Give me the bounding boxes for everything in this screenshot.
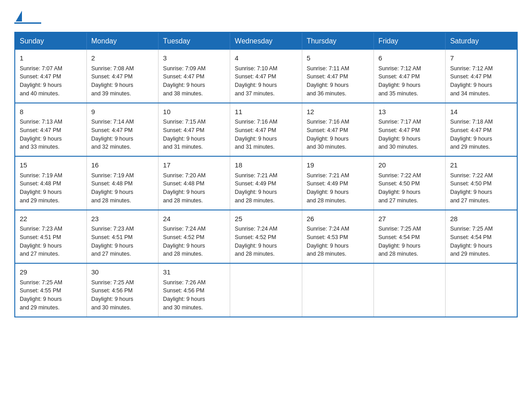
day-number: 21: [450, 160, 512, 171]
daylight-minutes: and 38 minutes.: [163, 90, 203, 97]
sunrise-label: Sunrise: 7:21 AM: [235, 172, 277, 179]
sunset-label: Sunset: 4:52 PM: [235, 234, 276, 240]
sunrise-label: Sunrise: 7:25 AM: [378, 226, 421, 232]
daylight-minutes: and 28 minutes.: [91, 197, 131, 204]
daylight-label: Daylight: 9 hours: [163, 136, 205, 142]
daylight-minutes: and 28 minutes.: [163, 197, 203, 204]
sunrise-label: Sunrise: 7:13 AM: [20, 119, 62, 125]
sunset-label: Sunset: 4:47 PM: [450, 127, 491, 133]
calendar-cell: 17Sunrise: 7:20 AMSunset: 4:48 PMDayligh…: [159, 156, 230, 210]
calendar-cell: [230, 263, 302, 317]
daylight-label: Daylight: 9 hours: [91, 136, 133, 142]
daylight-label: Daylight: 9 hours: [20, 243, 62, 249]
day-header-sunday: Sunday: [15, 32, 86, 50]
sunrise-label: Sunrise: 7:12 AM: [378, 65, 421, 72]
daylight-label: Daylight: 9 hours: [378, 243, 420, 249]
daylight-label: Daylight: 9 hours: [163, 189, 205, 195]
daylight-minutes: and 33 minutes.: [20, 144, 60, 150]
sunrise-label: Sunrise: 7:18 AM: [450, 119, 493, 125]
calendar-cell: [302, 263, 373, 317]
daylight-minutes: and 36 minutes.: [307, 90, 347, 97]
sunset-label: Sunset: 4:50 PM: [450, 180, 491, 187]
sunrise-label: Sunrise: 7:23 AM: [91, 226, 134, 232]
daylight-minutes: and 31 minutes.: [163, 144, 203, 150]
sunset-label: Sunset: 4:47 PM: [91, 127, 133, 133]
sunset-label: Sunset: 4:52 PM: [163, 234, 204, 240]
calendar-cell: 11Sunrise: 7:16 AMSunset: 4:47 PMDayligh…: [230, 103, 302, 157]
day-header-wednesday: Wednesday: [230, 32, 302, 50]
sunset-label: Sunset: 4:55 PM: [20, 287, 61, 294]
calendar-cell: 21Sunrise: 7:22 AMSunset: 4:50 PMDayligh…: [446, 156, 517, 210]
day-header-saturday: Saturday: [446, 32, 517, 50]
day-number: 13: [378, 107, 441, 117]
sunrise-label: Sunrise: 7:21 AM: [307, 172, 349, 179]
calendar-cell: 20Sunrise: 7:22 AMSunset: 4:50 PMDayligh…: [373, 156, 445, 210]
daylight-label: Daylight: 9 hours: [378, 82, 420, 88]
calendar-cell: 10Sunrise: 7:15 AMSunset: 4:47 PMDayligh…: [159, 103, 230, 157]
daylight-label: Daylight: 9 hours: [378, 189, 420, 195]
calendar-cell: 19Sunrise: 7:21 AMSunset: 4:49 PMDayligh…: [302, 156, 373, 210]
sunrise-label: Sunrise: 7:16 AM: [235, 119, 277, 125]
calendar-cell: 24Sunrise: 7:24 AMSunset: 4:52 PMDayligh…: [159, 210, 230, 264]
daylight-label: Daylight: 9 hours: [91, 82, 133, 88]
daylight-label: Daylight: 9 hours: [235, 136, 277, 142]
day-number: 1: [20, 53, 82, 64]
sunrise-label: Sunrise: 7:15 AM: [163, 119, 206, 125]
daylight-label: Daylight: 9 hours: [163, 296, 205, 302]
sunrise-label: Sunrise: 7:24 AM: [163, 226, 206, 232]
daylight-label: Daylight: 9 hours: [20, 82, 62, 88]
daylight-label: Daylight: 9 hours: [450, 82, 492, 88]
sunset-label: Sunset: 4:47 PM: [378, 73, 420, 80]
day-number: 8: [20, 107, 82, 117]
daylight-minutes: and 31 minutes.: [235, 144, 275, 150]
daylight-label: Daylight: 9 hours: [307, 189, 349, 195]
day-number: 25: [235, 214, 297, 224]
day-number: 24: [163, 214, 225, 224]
sunset-label: Sunset: 4:47 PM: [20, 127, 61, 133]
sunrise-label: Sunrise: 7:17 AM: [378, 119, 421, 125]
calendar-week-row: 1Sunrise: 7:07 AMSunset: 4:47 PMDaylight…: [15, 50, 517, 103]
daylight-minutes: and 29 minutes.: [20, 197, 60, 204]
sunrise-label: Sunrise: 7:14 AM: [91, 119, 134, 125]
daylight-label: Daylight: 9 hours: [450, 136, 492, 142]
calendar-cell: 27Sunrise: 7:25 AMSunset: 4:54 PMDayligh…: [373, 210, 445, 264]
day-number: 5: [307, 53, 369, 64]
daylight-label: Daylight: 9 hours: [20, 136, 62, 142]
calendar-cell: 22Sunrise: 7:23 AMSunset: 4:51 PMDayligh…: [15, 210, 86, 264]
daylight-minutes: and 29 minutes.: [20, 304, 60, 311]
calendar-cell: 16Sunrise: 7:19 AMSunset: 4:48 PMDayligh…: [86, 156, 158, 210]
sunrise-label: Sunrise: 7:12 AM: [450, 65, 493, 72]
calendar-week-row: 8Sunrise: 7:13 AMSunset: 4:47 PMDaylight…: [15, 103, 517, 157]
sunrise-label: Sunrise: 7:19 AM: [91, 172, 134, 179]
sunrise-label: Sunrise: 7:26 AM: [163, 279, 206, 286]
daylight-label: Daylight: 9 hours: [378, 136, 420, 142]
calendar-cell: 5Sunrise: 7:11 AMSunset: 4:47 PMDaylight…: [302, 50, 373, 103]
daylight-label: Daylight: 9 hours: [450, 243, 492, 249]
calendar-cell: 9Sunrise: 7:14 AMSunset: 4:47 PMDaylight…: [86, 103, 158, 157]
sunrise-label: Sunrise: 7:22 AM: [378, 172, 421, 179]
sunset-label: Sunset: 4:56 PM: [163, 287, 204, 294]
daylight-label: Daylight: 9 hours: [307, 82, 349, 88]
sunrise-label: Sunrise: 7:10 AM: [235, 65, 277, 72]
calendar-cell: 28Sunrise: 7:25 AMSunset: 4:54 PMDayligh…: [446, 210, 517, 264]
day-header-monday: Monday: [86, 32, 158, 50]
daylight-label: Daylight: 9 hours: [235, 189, 277, 195]
calendar-cell: 2Sunrise: 7:08 AMSunset: 4:47 PMDaylight…: [86, 50, 158, 103]
day-number: 7: [450, 53, 512, 64]
daylight-minutes: and 27 minutes.: [450, 197, 490, 204]
sunset-label: Sunset: 4:47 PM: [20, 73, 61, 80]
daylight-minutes: and 28 minutes.: [235, 197, 275, 204]
sunset-label: Sunset: 4:47 PM: [307, 127, 348, 133]
sunset-label: Sunset: 4:49 PM: [307, 180, 348, 187]
daylight-label: Daylight: 9 hours: [307, 136, 349, 142]
day-header-tuesday: Tuesday: [159, 32, 230, 50]
sunset-label: Sunset: 4:47 PM: [235, 73, 276, 80]
calendar-cell: 15Sunrise: 7:19 AMSunset: 4:48 PMDayligh…: [15, 156, 86, 210]
daylight-minutes: and 28 minutes.: [378, 251, 418, 257]
sunset-label: Sunset: 4:47 PM: [378, 127, 420, 133]
day-number: 27: [378, 214, 441, 224]
sunrise-label: Sunrise: 7:11 AM: [307, 65, 349, 72]
daylight-minutes: and 29 minutes.: [450, 251, 490, 257]
day-number: 11: [235, 107, 297, 117]
calendar-cell: 18Sunrise: 7:21 AMSunset: 4:49 PMDayligh…: [230, 156, 302, 210]
